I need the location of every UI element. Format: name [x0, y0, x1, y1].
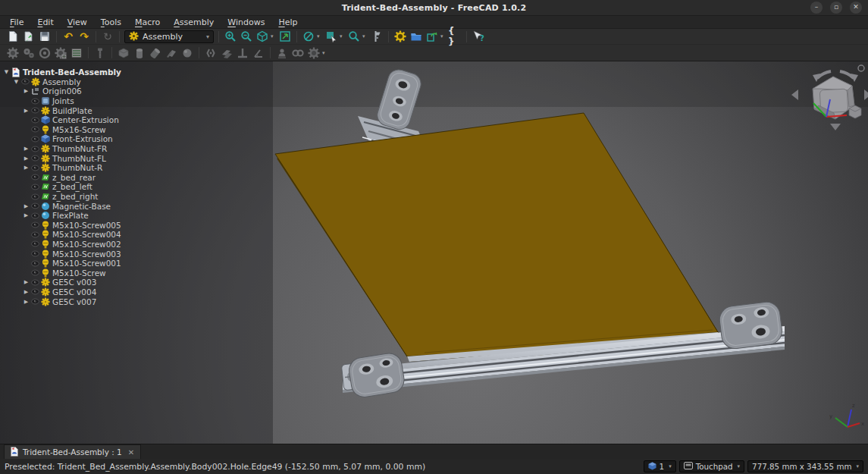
- expand-arrow-icon[interactable]: ▶: [22, 165, 30, 171]
- visibility-eye-icon[interactable]: [30, 240, 40, 248]
- menu-assembly[interactable]: Assembly: [167, 17, 221, 28]
- tree-item-label[interactable]: GE5C v003: [52, 278, 96, 287]
- tree-item-z-bed-right[interactable]: z_bed_right: [2, 192, 243, 202]
- search-view-icon[interactable]: [347, 30, 361, 43]
- visibility-eye-icon[interactable]: [30, 173, 40, 181]
- visibility-eye-icon[interactable]: [30, 250, 40, 258]
- tree-item-ge5c-v004[interactable]: ▶GE5C v004: [2, 287, 243, 297]
- tree-item-label[interactable]: M5x10-Screw: [52, 268, 106, 278]
- menu-windows[interactable]: Windows: [221, 17, 271, 28]
- tree-item-thumbnut-fl[interactable]: ▶ThumbNut-FL: [2, 153, 243, 163]
- menu-tools[interactable]: Tools: [94, 17, 128, 28]
- zoom-out-icon[interactable]: [240, 30, 253, 43]
- open-folder-icon[interactable]: [409, 30, 423, 43]
- exploded-view-icon[interactable]: [275, 46, 289, 60]
- solve-assembly-icon[interactable]: [38, 46, 52, 60]
- collapse-arrow-icon[interactable]: ▼: [2, 69, 11, 75]
- tree-item-label[interactable]: M5x10-Screw003: [52, 250, 121, 259]
- joint-fixed-icon[interactable]: [117, 46, 130, 60]
- front-right-bracket[interactable]: [718, 300, 783, 350]
- refresh-icon[interactable]: ↻: [101, 30, 114, 43]
- tree-item-m5x10-screw[interactable]: M5x10-Screw: [2, 268, 243, 278]
- whats-this-icon[interactable]: ?: [472, 30, 485, 43]
- expand-arrow-icon[interactable]: ▶: [22, 212, 30, 218]
- visibility-eye-icon[interactable]: [30, 268, 40, 277]
- tree-item-label[interactable]: M5x10-Screw005: [52, 221, 121, 230]
- joint-ball-icon[interactable]: [180, 46, 194, 60]
- assembly-options-icon[interactable]: [307, 46, 321, 60]
- expand-arrow-icon[interactable]: ▶: [22, 279, 30, 285]
- tree-item-label[interactable]: ThumbNut-R: [52, 163, 102, 172]
- navigation-style-selector[interactable]: Touchpad▾: [679, 460, 744, 472]
- visibility-eye-icon[interactable]: [30, 106, 40, 115]
- visibility-eye-icon[interactable]: [30, 97, 40, 105]
- tree-item-label[interactable]: M5x10-Screw001: [52, 259, 121, 268]
- tree-item-buildplate[interactable]: ▶BuildPlate: [2, 105, 243, 115]
- tree-item-label[interactable]: ThumbNut-FL: [52, 154, 106, 163]
- menu-macro[interactable]: Macro: [128, 17, 167, 28]
- expression-editor-icon[interactable]: { }: [448, 30, 462, 43]
- maximize-button[interactable]: ▫: [830, 2, 842, 14]
- search-view-dropdown[interactable]: ▾: [362, 33, 368, 39]
- undo-icon[interactable]: ↶: [61, 30, 75, 43]
- tree-item-z-bed-left[interactable]: z_bed_left: [2, 182, 243, 192]
- expand-arrow-icon[interactable]: ▶: [22, 88, 30, 94]
- visibility-eye-icon[interactable]: [20, 77, 30, 86]
- visibility-eye-icon[interactable]: [30, 193, 40, 201]
- joint-perpendicular-icon[interactable]: [236, 46, 249, 60]
- tree-item-label[interactable]: z_bed_right: [52, 192, 98, 201]
- visibility-eye-icon[interactable]: [30, 202, 40, 210]
- tree-item-ge5c-v007[interactable]: ▶GE5C v007: [2, 297, 243, 306]
- minimize-button[interactable]: –: [810, 2, 823, 14]
- menu-view[interactable]: View: [61, 17, 94, 28]
- tree-item-z-bed-rear[interactable]: z_bed_rear: [2, 173, 243, 183]
- joint-angle-icon[interactable]: [252, 46, 265, 60]
- visibility-eye-icon[interactable]: [30, 164, 40, 172]
- menu-help[interactable]: Help: [271, 17, 304, 28]
- assembly-options-dropdown[interactable]: ▾: [322, 50, 327, 56]
- visibility-eye-icon[interactable]: [30, 287, 40, 296]
- tree-item-label[interactable]: BuildPlate: [52, 106, 92, 115]
- tree-item-trident-bed-assembly[interactable]: ▼Trident-Bed-Assembly: [2, 67, 243, 77]
- tree-item-origin006[interactable]: ▶Origin006: [2, 86, 243, 96]
- expand-arrow-icon[interactable]: ▶: [22, 155, 30, 162]
- assembly-workbench-icon[interactable]: [393, 30, 407, 43]
- create-assembly-icon[interactable]: [6, 46, 20, 60]
- simulation-icon[interactable]: [291, 46, 305, 60]
- tree-item-label[interactable]: z_bed_left: [52, 182, 92, 191]
- open-document-icon[interactable]: [22, 30, 36, 43]
- close-button[interactable]: ✕: [850, 2, 862, 14]
- new-part-icon[interactable]: [54, 46, 67, 60]
- menu-edit[interactable]: Edit: [30, 17, 60, 28]
- visibility-eye-icon[interactable]: [30, 116, 40, 124]
- joint-planar-icon[interactable]: [165, 46, 178, 60]
- tree-item-front-extrusion[interactable]: Front-Extrusion: [2, 134, 243, 144]
- tree-item-m5x10-screw005[interactable]: M5x10-Screw005: [2, 221, 243, 231]
- expand-arrow-icon[interactable]: ▶: [22, 108, 30, 114]
- tree-item-label[interactable]: Assembly: [42, 77, 81, 86]
- visibility-eye-icon[interactable]: [30, 297, 40, 306]
- expand-arrow-icon[interactable]: ▶: [22, 146, 30, 152]
- tree-item-label[interactable]: M5x10-Screw004: [52, 230, 121, 239]
- visibility-eye-icon[interactable]: [30, 154, 40, 162]
- tree-item-flexplate[interactable]: ▶FlexPlate: [2, 211, 243, 221]
- tree-item-label[interactable]: M5x10-Screw002: [52, 240, 121, 249]
- selection-filter-icon[interactable]: [324, 30, 338, 43]
- visibility-eye-icon[interactable]: [30, 145, 40, 153]
- visibility-eye-icon[interactable]: [30, 231, 40, 239]
- nav-mini-cube[interactable]: [849, 105, 861, 118]
- tree-item-label[interactable]: M5x16-Screw: [52, 125, 106, 134]
- tree-item-m5x10-screw001[interactable]: M5x10-Screw001: [2, 259, 243, 268]
- collapse-arrow-icon[interactable]: ▼: [12, 79, 20, 85]
- tree-item-label[interactable]: Center-Extrusion: [52, 115, 119, 124]
- joint-distance-icon[interactable]: [204, 46, 218, 60]
- tree-item-center-extrusion[interactable]: Center-Extrusion: [2, 115, 243, 125]
- visibility-eye-icon[interactable]: [30, 125, 40, 133]
- tree-item-label[interactable]: FlexPlate: [52, 211, 89, 220]
- tree-item-m5x10-screw004[interactable]: M5x10-Screw004: [2, 230, 243, 240]
- active-view-selector[interactable]: 1▾: [644, 460, 676, 472]
- viewport-3d[interactable]: z x y ▼Trident-Bed-Assembly▼Assembly▶Ori…: [0, 61, 868, 444]
- tree-item-thumbnut-r[interactable]: ▶ThumbNut-R: [2, 163, 243, 173]
- tree-item-label[interactable]: Joints: [52, 96, 74, 105]
- redo-icon[interactable]: ↷: [77, 30, 91, 43]
